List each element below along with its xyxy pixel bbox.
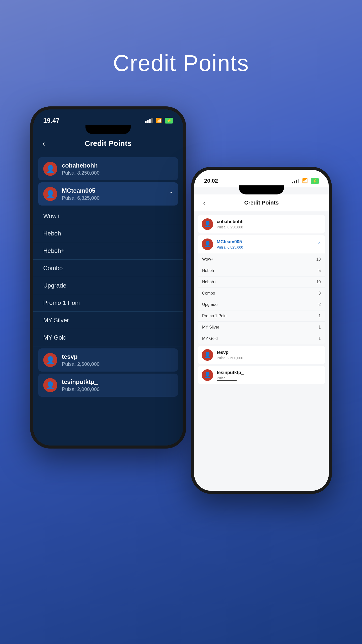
user-pulsa-mcteam-front: Pulsa: 6,825,000	[217, 245, 318, 249]
avatar-cobahebohh-front: 👤	[202, 218, 213, 230]
back-button-back[interactable]: ‹	[42, 139, 45, 148]
avatar-tesvp-front: 👤	[202, 349, 213, 361]
item-label-upgrade-front: Upgrade	[202, 302, 217, 307]
user-info-tesvp-front: tesvp Pulsa: 2,600,000	[217, 350, 321, 360]
avatar-icon-cobahebohh-front: 👤	[204, 221, 211, 227]
item-label-upgrade-back: Upgrade	[43, 282, 66, 289]
avatar-icon-tesvp-back: 👤	[46, 356, 55, 364]
user-pulsa-tesvp-front: Pulsa: 2,600,000	[217, 356, 321, 360]
user-card-tesvp-front[interactable]: 👤 tesvp Pulsa: 2,600,000	[198, 346, 325, 364]
user-info-mcteam-front: MCteam005 Pulsa: 6,825,000	[217, 239, 318, 249]
expanded-items-mcteam-back: Wow+ Heboh Heboh+ Combo Upgrade	[33, 208, 183, 346]
user-card-tesinputktp-front[interactable]: 👤 tesinputktp_ Pulsa: ...	[198, 366, 325, 384]
avatar-cobahebohh-back: 👤	[43, 162, 57, 176]
status-icons-back: 📶 ⚡	[145, 117, 173, 124]
expanded-items-mcteam-front: Wow+ 13 Heboh 5 Heboh+ 10 Combo 3	[198, 254, 325, 344]
item-count-hebohplus-front: 10	[316, 280, 321, 284]
item-label-mygold-back: MY Gold	[43, 334, 67, 341]
item-hebohplus-back: Heboh+	[33, 242, 183, 260]
user-info-cobahebohh-front: cobahebohh Pulsa: 8,250,000	[217, 219, 321, 229]
chevron-mcteam-front: ⌃	[318, 242, 321, 247]
user-name-mcteam-front: MCteam005	[217, 239, 318, 245]
avatar-icon-tesinputktp-front: 👤	[204, 372, 211, 378]
item-label-hebohplus-front: Heboh+	[202, 280, 216, 284]
app-header-front: ‹ Credit Points	[194, 194, 329, 211]
signal-icon-front	[292, 178, 299, 183]
user-info-tesinputktp-back: tesinputktp_ Pulsa: 2,000,000	[62, 378, 173, 392]
phone-front: 20.02 📶 ⚡ ‹ Credit Points	[191, 167, 332, 494]
avatar-mcteam-front: 👤	[202, 238, 213, 250]
user-pulsa-cobahebohh-front: Pulsa: 8,250,000	[217, 225, 321, 229]
avatar-icon-mcteam-front: 👤	[204, 241, 211, 248]
item-label-promo-back: Promo 1 Poin	[43, 299, 80, 306]
item-combo-back: Combo	[33, 260, 183, 277]
item-label-mysilver-front: MY Silver	[202, 325, 219, 330]
avatar-icon-tesinputktp-back: 👤	[46, 381, 55, 389]
app-header-back: ‹ Credit Points	[33, 134, 183, 153]
avatar-tesvp-back: 👤	[43, 353, 57, 367]
avatar-tesinputktp-back: 👤	[43, 378, 57, 392]
item-wow-front: Wow+ 13	[198, 254, 325, 265]
user-pulsa-tesvp-back: Pulsa: 2,600,000	[62, 361, 173, 367]
item-label-hebohplus-back: Heboh+	[43, 247, 65, 254]
item-heboh-back: Heboh	[33, 225, 183, 242]
user-info-cobahebohh-back: cobahebohh Pulsa: 8,250,000	[62, 162, 173, 176]
user-name-tesinputktp-back: tesinputktp_	[62, 378, 173, 385]
user-card-cobahebohh-front[interactable]: 👤 cobahebohh Pulsa: 8,250,000	[198, 215, 325, 233]
item-label-combo-front: Combo	[202, 291, 215, 296]
app-title-front: Credit Points	[244, 199, 279, 206]
time-back: 19.47	[43, 117, 60, 125]
user-name-mcteam-back: MCteam005	[62, 187, 166, 194]
notch-front	[239, 185, 284, 194]
user-card-tesinputktp-back[interactable]: 👤 tesinputktp_ Pulsa: 2,000,000	[38, 374, 178, 397]
item-upgrade-front: Upgrade 2	[198, 299, 325, 310]
item-mysilver-back: MY Silver	[33, 312, 183, 329]
user-card-cobahebohh-back[interactable]: 👤 cobahebohh Pulsa: 8,250,000	[38, 157, 178, 180]
item-count-upgrade-front: 2	[319, 302, 321, 307]
user-info-tesvp-back: tesvp Pulsa: 2,600,000	[62, 353, 173, 367]
phone-back: 19.47 📶 ⚡ ‹ Credit Points	[30, 106, 186, 449]
item-label-wow-back: Wow+	[43, 213, 60, 220]
item-wow-back: Wow+	[33, 208, 183, 225]
signal-icon-back	[145, 118, 153, 123]
item-upgrade-back: Upgrade	[33, 277, 183, 294]
wifi-icon-back: 📶	[156, 117, 162, 124]
phone-back-screen: 19.47 📶 ⚡ ‹ Credit Points	[33, 109, 183, 446]
item-promo-back: Promo 1 Poin	[33, 294, 183, 312]
user-info-tesinputktp-front: tesinputktp_ Pulsa: ...	[217, 370, 321, 380]
wifi-icon-front: 📶	[302, 178, 308, 184]
item-label-heboh-back: Heboh	[43, 230, 61, 237]
item-label-heboh-front: Heboh	[202, 268, 214, 273]
item-heboh-front: Heboh 5	[198, 265, 325, 276]
user-info-mcteam-back: MCteam005 Pulsa: 6,825,000	[62, 187, 166, 201]
phones-container: 19.47 📶 ⚡ ‹ Credit Points	[30, 106, 332, 584]
item-count-combo-front: 3	[319, 291, 321, 296]
status-bar-back: 19.47 📶 ⚡	[33, 109, 183, 127]
item-hebohplus-front: Heboh+ 10	[198, 276, 325, 288]
item-count-promo-front: 1	[319, 314, 321, 318]
item-label-wow-front: Wow+	[202, 257, 213, 262]
user-name-tesinputktp-front: tesinputktp_	[217, 370, 321, 375]
user-pulsa-tesinputktp-back: Pulsa: 2,000,000	[62, 386, 173, 392]
user-card-tesvp-back[interactable]: 👤 tesvp Pulsa: 2,600,000	[38, 348, 178, 372]
item-combo-front: Combo 3	[198, 288, 325, 299]
page-title: Credit Points	[113, 50, 249, 76]
time-front: 20.02	[204, 178, 218, 184]
avatar-tesinputktp-front: 👤	[202, 369, 213, 381]
avatar-mcteam-back: 👤	[43, 187, 57, 201]
user-card-mcteam-front[interactable]: 👤 MCteam005 Pulsa: 6,825,000 ⌃	[198, 235, 325, 254]
item-mysilver-front: MY Silver 1	[198, 322, 325, 333]
item-mygold-back: MY Gold	[33, 329, 183, 346]
user-pulsa-cobahebohh-back: Pulsa: 8,250,000	[62, 170, 173, 176]
user-card-mcteam-back[interactable]: 👤 MCteam005 Pulsa: 6,825,000 ⌃	[38, 182, 178, 206]
back-button-front[interactable]: ‹	[203, 199, 205, 207]
user-list-back: 👤 cobahebohh Pulsa: 8,250,000 👤 MCteam00…	[33, 153, 183, 446]
item-count-mygold-front: 1	[319, 336, 321, 341]
avatar-icon-tesvp-front: 👤	[204, 352, 211, 358]
battery-icon-back: ⚡	[165, 118, 173, 124]
avatar-icon-mcteam-back: 👤	[46, 190, 55, 198]
avatar-icon-cobahebohh-back: 👤	[46, 165, 55, 173]
user-pulsa-mcteam-back: Pulsa: 6,825,000	[62, 195, 166, 201]
user-name-cobahebohh-front: cobahebohh	[217, 219, 321, 224]
user-list-front: 👤 cobahebohh Pulsa: 8,250,000 👤 MCteam00…	[194, 211, 329, 491]
